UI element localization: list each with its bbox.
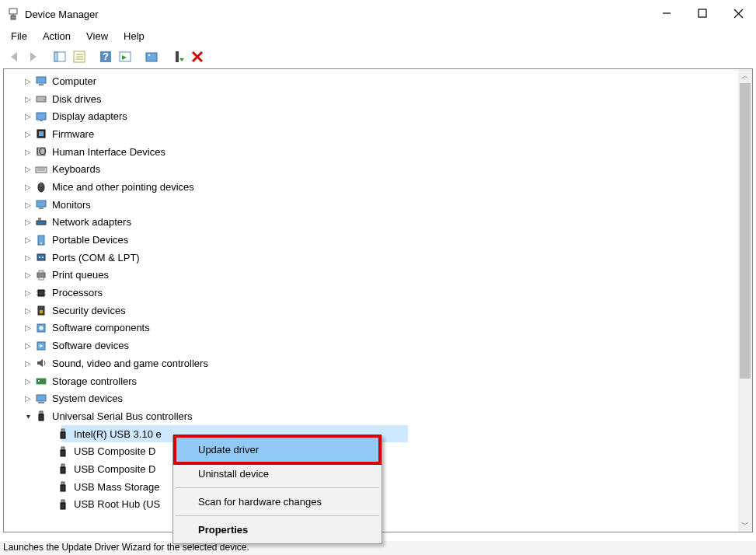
tree-item-label: Human Interface Devices [51,146,165,158]
tree-item[interactable]: ▷IOHuman Interface Devices [4,143,738,161]
menu-action[interactable]: Action [35,29,78,44]
svg-rect-43 [37,221,46,225]
tree-item[interactable]: ▷Processors [4,284,738,302]
tree-item[interactable]: ▷Keyboards [4,160,738,178]
tree-item[interactable]: ▷Disk drives [4,90,738,108]
tree-item[interactable]: ▷Network adapters [4,214,738,232]
tree-item[interactable]: ▷Monitors [4,196,738,214]
uninstall-button[interactable] [188,47,207,66]
svg-rect-68 [38,402,44,403]
tree-item-label: Software components [51,322,150,333]
expand-icon[interactable]: ▷ [23,95,33,103]
tree-item-expanded[interactable]: ▾Universal Serial Bus controllers [4,407,738,425]
usb-device-icon [56,480,70,494]
maximize-button[interactable] [685,1,720,26]
usb-icon [34,409,48,423]
tree-item-label: Disk drives [51,93,102,105]
context-properties[interactable]: Properties [175,518,380,542]
tree-item[interactable]: ▷Software components [4,319,738,337]
tree-item-label: USB Root Hub (US [72,498,160,510]
tree-item[interactable]: ▷Computer [4,72,738,90]
tree-item-label: Sound, video and game controllers [51,358,208,369]
expand-icon[interactable]: ▷ [23,112,33,120]
svg-rect-44 [38,218,41,221]
tree-item[interactable]: ▷Software devices [4,337,738,354]
toolbar-separator [164,48,165,65]
tree-item-label: Firmware [51,128,94,140]
svg-marker-64 [37,359,43,367]
expand-icon[interactable]: ▷ [23,201,33,209]
scrollbar[interactable]: ︿ ﹀ [738,69,752,532]
close-button[interactable] [720,1,756,26]
expand-icon[interactable]: ▷ [23,359,33,368]
tree-item-label: Mice and other pointing devices [51,181,194,193]
expand-icon[interactable]: ▷ [23,148,33,156]
show-hide-button[interactable] [51,47,69,66]
svg-marker-23 [179,58,184,61]
svg-point-20 [148,54,150,56]
ports-icon [34,250,48,264]
tree-item[interactable]: ▷Mice and other pointing devices [4,178,738,196]
svg-rect-73 [61,447,64,450]
expand-icon[interactable]: ▷ [23,218,33,226]
tree-item-label: Portable Devices [51,234,128,246]
menu-file[interactable]: File [3,29,35,44]
svg-rect-67 [37,395,46,401]
collapse-icon[interactable]: ▾ [23,412,33,421]
tree-item[interactable]: ▷Ports (COM & LPT) [4,249,738,267]
expand-icon[interactable]: ▷ [23,183,33,191]
expand-icon[interactable]: ▷ [23,130,33,138]
svg-rect-52 [39,278,44,280]
svg-rect-71 [61,429,64,432]
svg-rect-33 [39,131,44,136]
svg-rect-74 [61,450,65,456]
toolbar-separator [92,48,93,65]
expand-icon[interactable]: ▷ [23,77,33,86]
tree-item[interactable]: ▷Storage controllers [4,372,738,390]
back-button[interactable] [5,47,23,66]
scroll-thumb[interactable] [740,83,751,379]
expand-icon[interactable]: ▷ [23,253,33,262]
tree-item[interactable]: ▷Security devices [4,302,738,319]
minimize-button[interactable] [649,1,685,26]
scroll-up-icon[interactable]: ︿ [738,69,752,83]
svg-rect-79 [61,500,64,503]
svg-marker-8 [30,52,37,61]
context-scan-hardware[interactable]: Scan for hardware changes [175,490,380,514]
context-uninstall-device[interactable]: Uninstall device [175,462,380,486]
expand-icon[interactable]: ▷ [23,271,33,279]
menu-help[interactable]: Help [116,29,152,44]
display-icon [34,110,48,124]
tree-item[interactable]: ▷Firmware [4,125,738,143]
context-update-driver[interactable]: Update driver [173,435,381,465]
svg-point-22 [176,51,179,54]
expand-icon[interactable]: ▷ [23,165,33,173]
expand-icon[interactable]: ▷ [23,288,33,297]
window-controls [649,2,756,26]
enable-device-button[interactable] [169,47,187,66]
expand-icon[interactable]: ▷ [23,377,33,386]
tree-item[interactable]: ▷Display adapters [4,107,738,125]
expand-icon[interactable]: ▷ [23,236,33,244]
help-button[interactable]: ? [96,47,115,66]
toolbar-separator [138,48,139,65]
cpu-icon [34,286,48,300]
expand-icon[interactable]: ▷ [23,306,33,315]
expand-icon[interactable]: ▷ [23,323,33,332]
tree-item[interactable]: ▷Portable Devices [4,231,738,249]
scan-button[interactable] [116,47,134,66]
portable-icon [34,233,48,247]
properties-tree-button[interactable] [70,47,89,66]
tree-item[interactable]: ▷Sound, video and game controllers [4,354,738,372]
expand-icon[interactable]: ▷ [23,341,33,350]
system-icon [34,392,48,406]
tree-item[interactable]: ▷Print queues [4,267,738,284]
forward-button[interactable] [24,47,43,66]
tree-item-label: Software devices [51,340,129,351]
tree-item[interactable]: ▷System devices [4,389,738,407]
expand-icon[interactable]: ▷ [23,394,33,403]
update-driver-button[interactable] [142,47,161,66]
scroll-down-icon[interactable]: ﹀ [738,518,752,532]
menu-view[interactable]: View [78,29,116,44]
menubar: File Action View Help [0,28,756,45]
